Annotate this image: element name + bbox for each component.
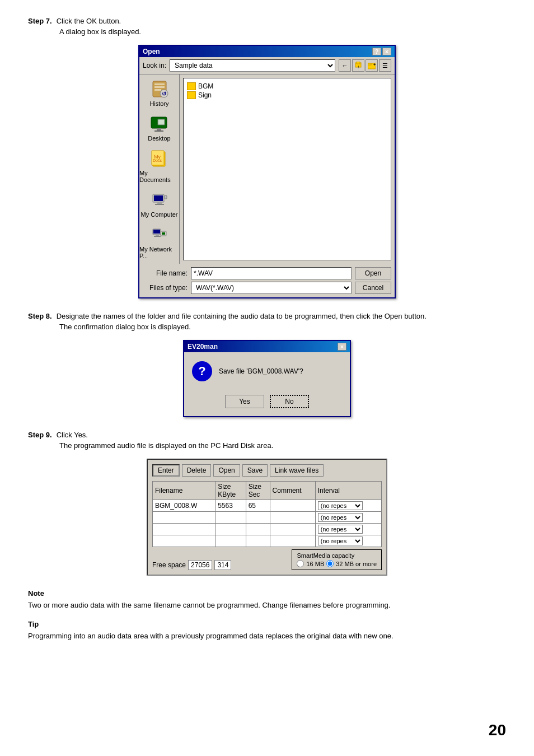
link-btn[interactable]: Link wave files: [270, 464, 324, 477]
col-filename: Filename: [153, 482, 216, 500]
mydocs-label: My Documents: [139, 170, 179, 183]
cell-comment-3: [270, 535, 315, 547]
open-btn[interactable]: Open: [355, 267, 391, 279]
folder-sign-icon: [187, 91, 196, 99]
svg-text:Docs: Docs: [153, 158, 162, 162]
desktop-label: Desktop: [148, 135, 170, 142]
table-row: (no repes: [153, 524, 382, 535]
radio-32mb-label: 32 MB or more: [336, 561, 377, 567]
radio-16mb[interactable]: [297, 560, 304, 567]
cancel-btn[interactable]: Cancel: [355, 282, 391, 294]
tip-text: Programming into an audio data area with…: [28, 631, 506, 642]
svg-rect-30: [162, 232, 165, 235]
cell-comment-1: [270, 512, 315, 524]
step8-block: Step 8. Designate the names of the folde…: [28, 312, 506, 417]
svg-rect-8: [154, 86, 165, 88]
cell-filename-1: [153, 512, 216, 524]
interval-select-3[interactable]: (no repes: [318, 536, 363, 545]
cell-sec-3: [246, 535, 270, 547]
cell-filename-0: BGM_0008.W: [153, 500, 216, 512]
filename-input[interactable]: [191, 267, 352, 279]
folder-bgm[interactable]: BGM: [187, 82, 387, 91]
radio-row: 16 MB 32 MB or more: [297, 560, 377, 567]
hd-toolbar: Enter Delete Open Save Link wave files: [152, 464, 382, 477]
delete-btn[interactable]: Delete: [182, 464, 212, 477]
hd-container: Enter Delete Open Save Link wave files F…: [28, 459, 506, 576]
open-hd-btn[interactable]: Open: [213, 464, 240, 477]
svg-rect-23: [155, 204, 164, 205]
folder-bgm-label: BGM: [198, 82, 213, 90]
ev-dialog-titlebar: EV20man ×: [184, 341, 350, 352]
free-space-sec: 314: [214, 560, 231, 570]
folder-sign[interactable]: Sign: [187, 91, 387, 100]
svg-rect-14: [154, 130, 163, 132]
lookin-select[interactable]: Sample data: [170, 59, 335, 72]
sidebar-item-history[interactable]: ↺ History: [149, 79, 170, 107]
svg-rect-1: [357, 62, 360, 64]
radio-32mb[interactable]: [326, 560, 334, 567]
save-btn[interactable]: Save: [242, 464, 268, 477]
cell-filename-2: [153, 524, 216, 535]
step9-label: Step 9.: [28, 431, 52, 439]
smartmedia-label: SmartMedia capacity: [297, 552, 377, 559]
note-text: Two or more audio data with the same fil…: [28, 600, 506, 611]
ev-dialog-container: EV20man × ? Save file 'BGM_0008.WAV'? Ye…: [28, 340, 506, 417]
interval-select-0[interactable]: (no repes: [318, 501, 363, 510]
filename-label: File name:: [143, 269, 188, 277]
question-title-btn[interactable]: ?: [372, 48, 381, 55]
file-area: BGM Sign: [183, 78, 391, 260]
svg-text:↺: ↺: [162, 91, 167, 97]
cell-filename-3: [153, 535, 216, 547]
svg-rect-9: [154, 89, 161, 91]
sidebar-item-mydocs[interactable]: My Docs My Documents: [139, 148, 179, 183]
svg-text:↑: ↑: [357, 64, 359, 69]
lookin-label: Look in:: [143, 62, 166, 69]
free-space-kb: 27056: [188, 560, 212, 570]
smartmedia-box: SmartMedia capacity 16 MB 32 MB or more: [292, 549, 382, 570]
sidebar-item-desktop[interactable]: Desktop: [148, 114, 170, 142]
question-icon: ?: [192, 361, 212, 381]
step7-sub: A dialog box is displayed.: [59, 27, 506, 36]
sidebar-item-mycomp[interactable]: My Computer: [140, 190, 177, 218]
toolbar-icons: ← ↑ + ☰: [339, 59, 391, 72]
hd-footer: Free space 27056 314 SmartMedia capacity…: [152, 549, 382, 570]
step8-sub: The confirmation dialog box is displayed…: [59, 323, 506, 331]
enter-btn[interactable]: Enter: [152, 464, 180, 477]
step7-instruction: Click the OK button.: [57, 17, 121, 25]
interval-select-1[interactable]: (no repes: [318, 513, 363, 522]
newfolder-btn[interactable]: +: [366, 59, 378, 72]
step8-label: Step 8.: [28, 312, 52, 320]
svg-text:+: +: [373, 62, 376, 67]
yes-btn[interactable]: Yes: [225, 395, 264, 408]
open-dialog-body: ↺ History: [139, 74, 395, 264]
back-btn[interactable]: ←: [339, 59, 351, 72]
col-interval: Interval: [315, 482, 381, 500]
svg-rect-24: [165, 195, 167, 199]
cell-kb-2: [216, 524, 246, 535]
svg-rect-15: [158, 119, 165, 125]
cell-interval-3: (no repes: [315, 535, 381, 547]
step8-instruction: Designate the names of the folder and fi…: [57, 312, 427, 320]
views-btn[interactable]: ☰: [379, 59, 391, 72]
page-number: 20: [489, 721, 506, 739]
cell-sec-2: [246, 524, 270, 535]
filetype-select[interactable]: WAV(*.WAV): [191, 282, 352, 294]
open-dialog: Open ? × Look in: Sample data ← ↑ +: [138, 45, 396, 298]
close-title-btn[interactable]: ×: [382, 48, 391, 55]
col-comment: Comment: [270, 482, 315, 500]
mycomp-icon: [149, 190, 170, 210]
svg-rect-21: [154, 195, 163, 201]
filetype-label: Files of type:: [143, 284, 188, 292]
mynet-label: My Network P...: [139, 246, 179, 259]
no-btn[interactable]: No: [270, 395, 309, 408]
interval-select-2[interactable]: (no repes: [318, 525, 363, 534]
history-icon: ↺: [149, 79, 170, 99]
up-btn[interactable]: ↑: [352, 59, 364, 72]
step9-instruction: Click Yes.: [57, 431, 88, 439]
open-dialog-title: Open: [143, 48, 160, 55]
svg-rect-26: [153, 230, 160, 234]
sidebar-item-mynet[interactable]: My Network P...: [139, 225, 179, 259]
history-label: History: [149, 100, 168, 107]
ev-close-btn[interactable]: ×: [338, 343, 346, 351]
filename-row: File name: Open: [143, 267, 391, 279]
